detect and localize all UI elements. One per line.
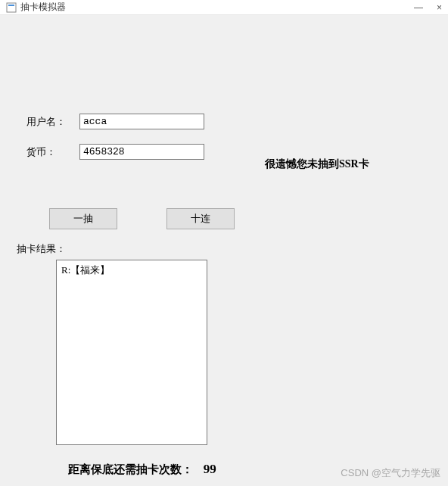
ten-pull-button[interactable]: 十连 <box>166 208 235 229</box>
username-label: 用户名： <box>26 115 79 129</box>
ssr-result-message: 很遗憾您未抽到SSR卡 <box>265 157 369 171</box>
watermark: CSDN @空气力学先驱 <box>341 466 440 480</box>
result-line: R:【福来】 <box>61 263 202 277</box>
minimize-button[interactable]: — <box>414 2 423 13</box>
client-area: 用户名： 货币： 很遗憾您未抽到SSR卡 一抽 十连 抽卡结果： R:【福来】 … <box>0 15 448 486</box>
result-label: 抽卡结果： <box>17 242 66 256</box>
svg-rect-0 <box>7 3 16 12</box>
pity-count: 99 <box>204 462 216 476</box>
window-titlebar: 抽卡模拟器 — × <box>0 0 448 15</box>
currency-row: 货币： <box>26 144 204 160</box>
currency-input[interactable] <box>79 144 204 160</box>
username-row: 用户名： <box>26 114 204 129</box>
username-input[interactable] <box>79 114 204 129</box>
close-button[interactable]: × <box>437 2 442 13</box>
pity-info: 距离保底还需抽卡次数： 99 <box>68 462 216 477</box>
svg-rect-1 <box>8 5 14 6</box>
pity-label: 距离保底还需抽卡次数： <box>68 463 193 475</box>
single-pull-button[interactable]: 一抽 <box>49 208 117 229</box>
window-title: 抽卡模拟器 <box>20 1 66 14</box>
app-icon <box>6 2 17 13</box>
currency-label: 货币： <box>26 145 79 159</box>
result-listbox[interactable]: R:【福来】 <box>56 260 207 445</box>
